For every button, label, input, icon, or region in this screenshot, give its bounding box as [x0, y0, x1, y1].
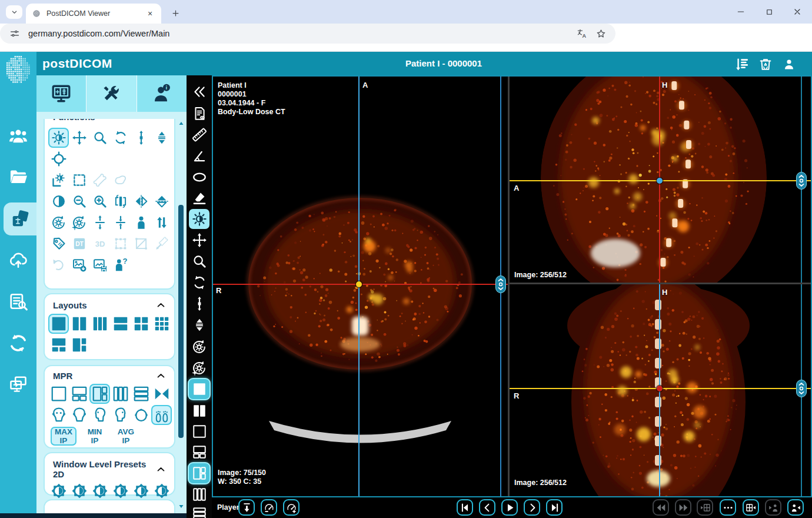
sidebar-item-image-viewer[interactable]	[4, 202, 36, 235]
layout-1-2-bottom-button[interactable]	[48, 335, 69, 355]
viewport-sagittal[interactable]: H A Image: 256/512	[510, 77, 811, 283]
mpr-1-2-bottom-button[interactable]	[69, 384, 89, 404]
next-series-button[interactable]	[675, 499, 691, 516]
sidebar-item-worklist[interactable]	[0, 285, 36, 318]
mpr-single-button[interactable]	[48, 384, 69, 404]
flip-vertical-button[interactable]	[131, 191, 151, 211]
rotate-tool[interactable]	[189, 273, 209, 293]
window-level-preset-6-button[interactable]	[151, 481, 172, 501]
select-area-button[interactable]	[69, 170, 89, 190]
collapse-chevron-icon[interactable]	[156, 119, 166, 122]
speed-up-button[interactable]	[283, 499, 299, 516]
orient-head-button[interactable]	[131, 405, 151, 425]
zoom-button[interactable]	[89, 128, 110, 148]
scroll-handle[interactable]	[796, 380, 807, 397]
export-image-button[interactable]	[69, 255, 89, 275]
patient-orientation-button[interactable]	[131, 212, 151, 233]
localizer-target-button[interactable]	[48, 149, 69, 169]
collapse-panel-tool[interactable]	[189, 82, 209, 102]
orient-feet-button[interactable]	[151, 405, 172, 425]
crosshair-center-dot[interactable]	[657, 386, 663, 391]
last-image-button[interactable]	[546, 499, 563, 516]
tab-close-icon[interactable]: ×	[145, 8, 155, 19]
orient-posterior-button[interactable]	[69, 405, 89, 425]
window-maximize-button[interactable]	[760, 5, 778, 19]
next-image-button[interactable]	[524, 499, 540, 516]
flip-rotate-button[interactable]	[151, 191, 172, 211]
layout-1x2-button[interactable]	[69, 314, 89, 334]
roi-oblique-button[interactable]	[131, 234, 151, 254]
collapse-vertical-button[interactable]	[110, 212, 131, 233]
sidebar-item-folders[interactable]	[0, 160, 36, 193]
max-ip-button[interactable]: MAXIP	[51, 427, 76, 446]
flip-horizontal-button[interactable]	[110, 191, 131, 211]
layout-1x3-button[interactable]	[89, 314, 110, 334]
tab-tools[interactable]	[86, 75, 137, 112]
layout-1-2-bottom-tool[interactable]	[189, 442, 209, 462]
reset-rotation-button[interactable]	[48, 212, 69, 233]
speed-down-button[interactable]	[261, 499, 277, 516]
browser-tab[interactable]: PostDICOM Viewer ×	[26, 4, 161, 24]
roi-box-button[interactable]	[110, 234, 131, 254]
site-settings-icon[interactable]	[7, 26, 22, 41]
anonymize-button[interactable]: ?	[110, 255, 131, 275]
expand-vertical-button[interactable]	[89, 212, 110, 233]
reset-window-level-tool[interactable]	[189, 358, 209, 378]
pan-tool[interactable]	[189, 230, 209, 250]
scroll-vertical-button[interactable]	[131, 128, 151, 148]
next-layout-button[interactable]	[743, 499, 759, 516]
dt-mode-button[interactable]: DT	[69, 234, 89, 254]
layout-1x1-button[interactable]	[48, 314, 69, 334]
viewport-axial[interactable]: Patient I 0000001 03.04.1944 - F Body-Lo…	[213, 77, 508, 496]
auto-routing-button[interactable]	[733, 57, 751, 72]
layout-single-tool[interactable]	[189, 421, 209, 441]
layout-3x3-button[interactable]	[151, 314, 172, 334]
window-level-preset-4-button[interactable]	[110, 481, 131, 501]
layout-2x1-button[interactable]	[110, 314, 131, 334]
orient-right-button[interactable]	[110, 405, 131, 425]
min-ip-button[interactable]: MINIP	[82, 427, 108, 446]
sort-order-button[interactable]	[151, 212, 172, 233]
stack-scroll-button[interactable]	[151, 128, 172, 148]
url-text[interactable]: germany.postdicom.com/Viewer/Main	[28, 29, 574, 38]
report-tool[interactable]	[189, 104, 209, 124]
layout-3-columns-tool[interactable]	[189, 484, 209, 504]
save-image-button[interactable]	[89, 255, 110, 275]
rotate-button[interactable]	[110, 128, 131, 148]
address-bar[interactable]: germany.postdicom.com/Viewer/Main A	[0, 24, 615, 44]
layout-1x1-tool[interactable]	[189, 379, 209, 399]
sidebar-item-remote-view[interactable]	[0, 367, 36, 400]
bone-tool-button[interactable]	[89, 170, 110, 190]
window-level-button[interactable]	[48, 128, 69, 148]
freehand-button[interactable]	[110, 170, 131, 190]
window-level-preset-5-button[interactable]	[131, 481, 151, 501]
window-level-preset-1-button[interactable]	[48, 481, 69, 501]
previous-patient-button[interactable]	[765, 499, 781, 516]
eraser-tool[interactable]	[189, 188, 209, 208]
layout-3-rows-tool[interactable]	[189, 504, 209, 518]
sidebar-item-upload[interactable]	[0, 243, 36, 276]
window-level-tool[interactable]	[189, 209, 209, 229]
previous-series-button[interactable]	[653, 499, 669, 516]
recycle-bin-button[interactable]	[757, 57, 774, 72]
collapse-chevron-icon[interactable]	[156, 371, 166, 381]
zoom-tool[interactable]	[189, 251, 209, 271]
layout-2x2-button[interactable]	[131, 314, 151, 334]
panel-scrollbar[interactable]	[178, 205, 184, 438]
threed-mode-button[interactable]: 3D	[89, 234, 110, 254]
tab-search-button[interactable]	[6, 5, 22, 19]
window-level-preset-3-button[interactable]	[89, 481, 110, 501]
layout-1-2-right-button[interactable]	[69, 335, 89, 355]
sidebar-item-transfer[interactable]	[0, 327, 36, 360]
zoom-in-button[interactable]	[89, 191, 110, 211]
angle-tool[interactable]	[189, 146, 209, 166]
collapse-chevron-icon[interactable]	[156, 300, 166, 310]
undo-button[interactable]	[48, 255, 69, 275]
scroll-handle[interactable]	[495, 275, 506, 293]
pan-button[interactable]	[69, 128, 89, 148]
tag-button[interactable]	[48, 234, 69, 254]
viewport-coronal[interactable]: H R Image: 256/512	[510, 284, 811, 496]
window-level-region-button[interactable]	[48, 170, 69, 190]
orient-anterior-button[interactable]	[48, 405, 69, 425]
bookmark-star-icon[interactable]	[593, 26, 608, 41]
